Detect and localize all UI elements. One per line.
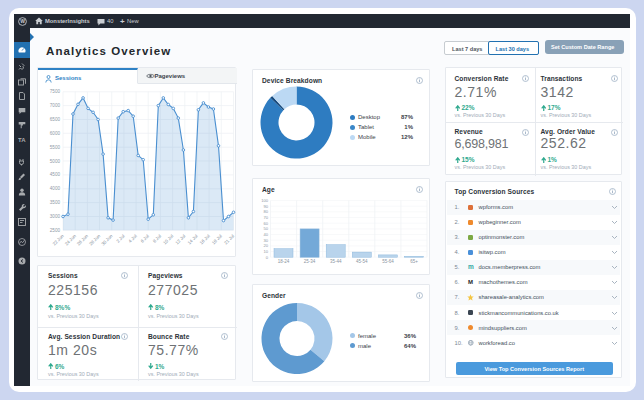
svg-text:60: 60 — [263, 220, 268, 225]
svg-text:7500: 7500 — [50, 89, 61, 94]
svg-text:55-64: 55-64 — [382, 259, 394, 264]
svg-text:100: 100 — [261, 197, 269, 202]
svg-text:TA: TA — [18, 136, 26, 142]
svg-text:18-24: 18-24 — [278, 259, 290, 264]
svg-text:21 Jul: 21 Jul — [223, 233, 235, 245]
svg-text:26 Jun: 26 Jun — [76, 233, 89, 246]
svg-text:0: 0 — [266, 254, 269, 259]
svg-text:12 Jul: 12 Jul — [174, 233, 186, 245]
svg-text:2500: 2500 — [50, 227, 61, 232]
svg-text:65+: 65+ — [410, 259, 418, 264]
svg-text:3000: 3000 — [50, 214, 61, 219]
svg-text:16 Jul: 16 Jul — [199, 233, 211, 245]
svg-text:40: 40 — [263, 231, 268, 236]
svg-text:W: W — [20, 18, 25, 24]
svg-text:6000: 6000 — [50, 130, 61, 135]
svg-text:14 Jul: 14 Jul — [187, 233, 199, 245]
svg-text:45-54: 45-54 — [356, 259, 368, 264]
svg-text:7000: 7000 — [50, 103, 61, 108]
svg-text:35-44: 35-44 — [330, 259, 342, 264]
svg-text:10: 10 — [263, 248, 268, 253]
svg-text:50: 50 — [263, 226, 268, 231]
svg-text:70: 70 — [263, 214, 268, 219]
svg-text:20: 20 — [263, 243, 268, 248]
svg-text:4500: 4500 — [50, 172, 61, 177]
svg-text:8 Jul: 8 Jul — [152, 233, 162, 243]
svg-text:4000: 4000 — [50, 186, 61, 191]
svg-text:28 Jun: 28 Jun — [88, 233, 101, 246]
svg-text:24 Jun: 24 Jun — [64, 233, 77, 246]
svg-text:6500: 6500 — [50, 117, 61, 122]
svg-text:18 Jul: 18 Jul — [211, 233, 223, 245]
svg-text:25-34: 25-34 — [304, 259, 316, 264]
svg-text:5000: 5000 — [50, 158, 61, 163]
svg-text:4 Jul: 4 Jul — [128, 233, 138, 243]
svg-text:30 Jun: 30 Jun — [100, 233, 113, 246]
svg-text:22 Jun: 22 Jun — [52, 233, 65, 246]
svg-text:90: 90 — [263, 203, 268, 208]
svg-text:80: 80 — [263, 209, 268, 214]
svg-text:6 Jul: 6 Jul — [140, 233, 150, 243]
svg-text:3500: 3500 — [50, 200, 61, 205]
svg-text:30: 30 — [263, 237, 268, 242]
svg-text:5500: 5500 — [50, 144, 61, 149]
svg-text:10 Jul: 10 Jul — [162, 233, 174, 245]
svg-text:2 Jul: 2 Jul — [115, 233, 125, 243]
